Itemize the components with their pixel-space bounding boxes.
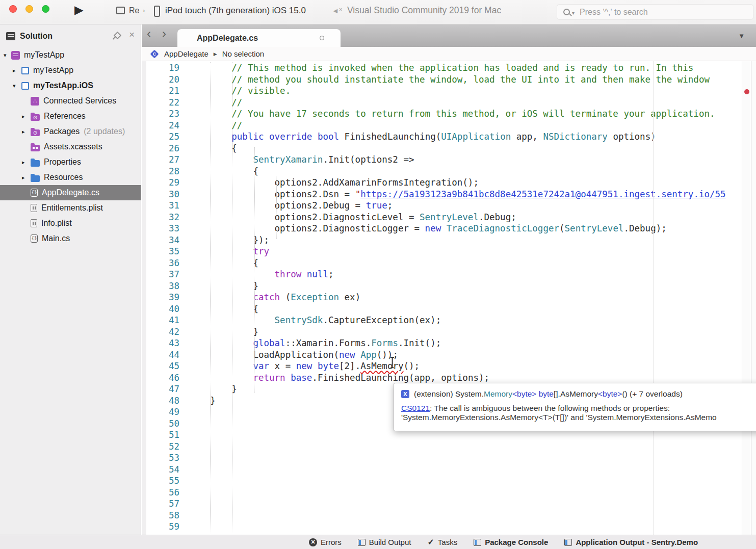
line-number[interactable]: 48 — [142, 395, 179, 407]
line-number[interactable]: 35 — [142, 246, 179, 257]
line-number[interactable]: 22 — [142, 97, 179, 109]
line-number[interactable]: 20 — [142, 74, 179, 86]
code-line-46[interactable]: 46 return base.FinishedLaunching(app, op… — [142, 372, 756, 384]
line-number[interactable]: 59 — [142, 521, 179, 533]
disclosure-down-icon[interactable]: ▾ — [4, 52, 7, 59]
code-line-54[interactable]: 54 — [142, 464, 756, 476]
line-number[interactable]: 51 — [142, 429, 179, 441]
line-number[interactable]: 26 — [142, 143, 179, 154]
line-number[interactable]: 37 — [142, 269, 179, 280]
line-number[interactable]: 30 — [142, 189, 179, 200]
sidebar-item-assets-xcassets[interactable]: Assets.xcassets — [0, 139, 141, 154]
pad-button-package-console[interactable]: Package Console — [474, 538, 548, 546]
zoom-window-button[interactable] — [42, 5, 49, 13]
search-input[interactable] — [575, 8, 753, 17]
line-number[interactable]: 32 — [142, 212, 179, 223]
line-number[interactable]: 57 — [142, 498, 179, 510]
disclosure-down-icon[interactable]: ▾ — [13, 83, 16, 89]
code-line-53[interactable]: 53 — [142, 452, 756, 464]
code-line-35[interactable]: 35 try — [142, 246, 756, 257]
code-line-37[interactable]: 37 throw null; — [142, 269, 756, 280]
code-line-39[interactable]: 39 catch (Exception ex) — [142, 292, 756, 303]
search-box[interactable]: ▾ — [557, 4, 753, 20]
line-number[interactable]: 58 — [142, 510, 179, 521]
code-line-20[interactable]: 20 // method you should instantiate the … — [142, 74, 756, 86]
line-number[interactable]: 55 — [142, 475, 179, 487]
code-line-22[interactable]: 22 // — [142, 97, 756, 109]
error-code-link[interactable]: CS0121 — [401, 404, 430, 412]
line-number[interactable]: 50 — [142, 418, 179, 430]
code-line-24[interactable]: 24 // — [142, 120, 756, 132]
line-number[interactable]: 34 — [142, 234, 179, 246]
code-line-44[interactable]: 44 LoadApplication(new App()); — [142, 349, 756, 361]
code-line-56[interactable]: 56 — [142, 487, 756, 499]
sidebar-item-connected-services[interactable]: Connected Services — [0, 93, 141, 109]
line-number[interactable]: 46 — [142, 372, 179, 384]
code-line-29[interactable]: 29 options2.AddXamarinFormsIntegration()… — [142, 177, 756, 189]
pad-button-errors[interactable]: Errors — [309, 538, 342, 546]
line-number[interactable]: 39 — [142, 292, 179, 303]
tab-list-dropdown-icon[interactable]: ▼ — [738, 32, 745, 40]
line-number[interactable]: 28 — [142, 166, 179, 177]
sidebar-item-properties[interactable]: ▸Properties — [0, 154, 141, 170]
sidebar-item-mytestapp-ios[interactable]: ▾myTestApp.iOS — [0, 78, 141, 93]
disclosure-right-icon[interactable]: ▸ — [13, 67, 16, 74]
line-number[interactable]: 53 — [142, 452, 179, 464]
scrollbar-gutter[interactable] — [742, 61, 756, 535]
code-line-52[interactable]: 52 — [142, 441, 756, 453]
code-line-55[interactable]: 55 — [142, 475, 756, 487]
close-window-button[interactable] — [9, 5, 17, 13]
line-number[interactable]: 56 — [142, 487, 179, 499]
line-number[interactable]: 21 — [142, 85, 179, 97]
tab-appdelegate[interactable]: AppDelegate.cs — [177, 29, 341, 47]
pad-button-tasks[interactable]: Tasks — [427, 537, 457, 547]
line-number[interactable]: 40 — [142, 303, 179, 315]
breadcrumb-selection[interactable]: No selection — [222, 49, 265, 58]
code-line-31[interactable]: 31 options2.Debug = true; — [142, 200, 756, 212]
code-line-57[interactable]: 57 — [142, 498, 756, 510]
line-number[interactable]: 52 — [142, 441, 179, 453]
line-number[interactable]: 25 — [142, 131, 179, 143]
disclosure-right-icon[interactable]: ▸ — [22, 113, 25, 120]
pad-button-application-output-sentry-demo[interactable]: Application Output - Sentry.Demo — [564, 538, 698, 546]
code-line-58[interactable]: 58 — [142, 510, 756, 521]
line-number[interactable]: 54 — [142, 464, 179, 476]
sidebar-item-mytestapp[interactable]: ▸myTestApp — [0, 63, 141, 78]
code-line-21[interactable]: 21 // visible. — [142, 85, 756, 97]
disclosure-right-icon[interactable]: ▸ — [22, 128, 25, 135]
line-number[interactable]: 33 — [142, 223, 179, 234]
pad-button-build-output[interactable]: Build Output — [358, 538, 411, 546]
line-number[interactable]: 41 — [142, 315, 179, 326]
line-number[interactable]: 27 — [142, 154, 179, 166]
code-line-32[interactable]: 32 options2.DiagnosticLevel = SentryLeve… — [142, 212, 756, 223]
sidebar-item-references[interactable]: ▸References — [0, 109, 141, 124]
navigate-back-button[interactable]: ‹ — [147, 27, 151, 41]
sidebar-item-packages[interactable]: ▸Packages(2 updates) — [0, 124, 141, 139]
disclosure-right-icon[interactable]: ▸ — [22, 159, 25, 166]
sidebar-item-appdelegate-cs[interactable]: AppDelegate.cs — [0, 185, 141, 200]
breadcrumb-type[interactable]: AppDelegate — [164, 49, 208, 58]
line-number[interactable]: 47 — [142, 383, 179, 395]
code-line-41[interactable]: 41 SentrySdk.CaptureException(ex); — [142, 315, 756, 326]
disclosure-right-icon[interactable]: ▸ — [22, 174, 25, 181]
line-number[interactable]: 45 — [142, 360, 179, 372]
code-line-19[interactable]: 19 // This method is invoked when the ap… — [142, 62, 756, 74]
line-number[interactable]: 31 — [142, 200, 179, 212]
line-number[interactable]: 24 — [142, 120, 179, 132]
pin-icon[interactable] — [113, 33, 120, 40]
close-icon[interactable]: × — [129, 29, 135, 40]
build-status-label[interactable]: Re — [129, 6, 139, 15]
line-number[interactable]: 36 — [142, 257, 179, 269]
sidebar-item-main-cs[interactable]: Main.cs — [0, 231, 141, 246]
sidebar-item-info-plist[interactable]: Info.plist — [0, 216, 141, 231]
code-line-33[interactable]: 33 options2.DiagnosticLogger = new Trace… — [142, 223, 756, 234]
code-line-59[interactable]: 59 — [142, 521, 756, 533]
code-line-38[interactable]: 38 } — [142, 280, 756, 292]
sidebar-item-resources[interactable]: ▸Resources — [0, 170, 141, 185]
line-number[interactable]: 29 — [142, 177, 179, 189]
muted-speaker-icon[interactable]: ◄× — [332, 6, 343, 15]
line-number[interactable]: 19 — [142, 62, 179, 74]
code-line-36[interactable]: 36 { — [142, 257, 756, 269]
line-number[interactable]: 43 — [142, 337, 179, 349]
run-button[interactable]: ▶ — [74, 3, 84, 17]
